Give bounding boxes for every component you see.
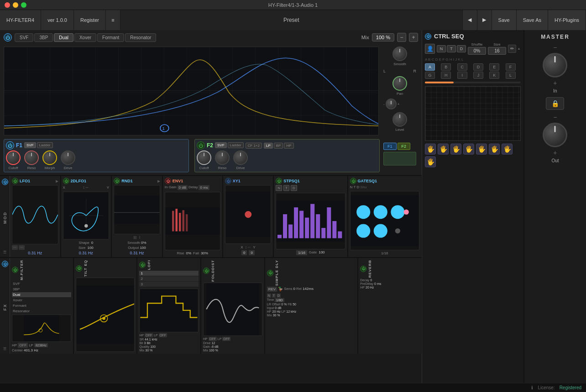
hp-toggle[interactable]: OFF — [18, 343, 28, 348]
offset-knob[interactable] — [386, 98, 397, 109]
ctrl-seq-power[interactable]: ⏻ — [425, 33, 431, 40]
f1-selector[interactable]: F1 — [383, 143, 397, 150]
ntd-d[interactable]: D — [457, 45, 466, 52]
lfo1-power[interactable]: ⏻ — [12, 178, 18, 184]
tab-formant[interactable]: Formant — [97, 33, 124, 42]
seq-letter-h[interactable]: H — [441, 72, 451, 79]
seq-letter-c[interactable]: C — [457, 63, 467, 71]
minimize-button[interactable] — [13, 2, 18, 8]
hand-7[interactable]: 🖐 — [502, 144, 513, 155]
mf-xover[interactable]: Xover — [12, 298, 71, 303]
maximize-button[interactable] — [21, 2, 26, 8]
bp-button[interactable]: BP — [274, 143, 283, 149]
sd-t[interactable]: T — [272, 294, 276, 298]
rnd1-power[interactable]: ⏻ — [114, 178, 120, 184]
lfo1-menu[interactable]: ▶ — [56, 179, 58, 183]
mix-decrement-button[interactable]: − — [397, 33, 406, 42]
gatesq1-power[interactable]: ⏻ — [350, 178, 356, 184]
seq-letter-f[interactable]: F — [506, 63, 516, 71]
lofi-step2[interactable]: 2 — [139, 276, 199, 281]
f1-morph-knob[interactable] — [42, 150, 57, 165]
mf-resonator[interactable]: Resonator — [12, 309, 71, 314]
folddist-power[interactable]: ⏻ — [203, 268, 209, 274]
f1-type-ladder[interactable]: Ladder — [37, 142, 53, 148]
tab-3bp[interactable]: 3BP — [34, 33, 53, 42]
mod-power-button[interactable]: ⏻ — [2, 179, 8, 185]
hand-1[interactable]: 🖐 — [425, 144, 436, 155]
lofi-step1[interactable]: 1 — [139, 271, 199, 276]
lfo1-ctrl1[interactable]: ⋯ — [12, 245, 18, 250]
register-button[interactable]: Register — [74, 10, 106, 30]
f2-power-button[interactable]: ⏻ — [197, 141, 205, 150]
tilteq-power[interactable]: ⏻ — [76, 265, 82, 272]
mf-formant[interactable]: Formant — [12, 303, 71, 308]
env1-power[interactable]: ⏻ — [165, 178, 171, 184]
hand-2[interactable]: 🖐 — [438, 144, 449, 155]
seq-letter-l[interactable]: L — [506, 72, 516, 79]
hy-plugins-button[interactable]: HY-Plugins — [548, 10, 586, 30]
stpsq1-power[interactable]: ⏻ — [276, 178, 282, 184]
f1-type-svf[interactable]: SVF — [24, 142, 36, 148]
info-icon[interactable]: ℹ — [531, 385, 533, 390]
ctrl-seq-avatar[interactable]: 👤 — [425, 44, 435, 54]
rev-btn[interactable]: REV — [267, 287, 277, 292]
filter-power-button[interactable]: ⏻ — [4, 33, 12, 41]
f1-drive-knob[interactable] — [61, 150, 75, 165]
hand-5[interactable]: 🖐 — [476, 144, 487, 155]
mix-value[interactable]: 100 % — [372, 33, 394, 41]
hp-button[interactable]: HP — [284, 143, 293, 149]
f2-drive-knob[interactable] — [233, 150, 248, 165]
reverb-power[interactable]: ⏻ — [360, 266, 366, 272]
simpledly-power[interactable]: ⏻ — [267, 270, 273, 276]
preset-button[interactable]: Preset — [120, 10, 463, 30]
seq-letter-a[interactable]: A — [425, 63, 435, 71]
tab-xover[interactable]: Xover — [74, 33, 96, 42]
f2-type-svf[interactable]: SVF — [215, 142, 227, 148]
prev-preset-button[interactable]: ◀ — [463, 10, 477, 30]
seq-grid[interactable] — [425, 86, 521, 141]
close-button[interactable] — [5, 2, 10, 8]
fx-power-button[interactable]: ⏻ — [2, 261, 8, 267]
seq-letter-k[interactable]: K — [489, 72, 499, 79]
f1-reso-knob[interactable] — [24, 150, 39, 165]
lp-toggle[interactable]: OFF — [159, 333, 167, 337]
hand-6[interactable]: 🖐 — [489, 144, 500, 155]
master-out-knob[interactable] — [543, 123, 567, 147]
shuffle-value[interactable]: 0% — [468, 47, 486, 55]
lp-toggle[interactable]: OFF — [222, 337, 230, 341]
lock-button[interactable]: 🔒 — [546, 97, 564, 110]
mf-svf[interactable]: SVF — [12, 281, 71, 286]
mix-increment-button[interactable]: + — [409, 33, 418, 42]
pan-knob[interactable] — [392, 76, 407, 91]
save-button[interactable]: Save — [492, 10, 517, 30]
seq-letter-e[interactable]: E — [489, 63, 499, 71]
seq-letter-g[interactable]: G — [425, 72, 435, 79]
hand-8[interactable]: 🖐 — [425, 156, 436, 167]
level-knob[interactable] — [392, 112, 407, 127]
save-as-button[interactable]: Save As — [517, 10, 548, 30]
seq-letter-i[interactable]: I — [457, 72, 467, 79]
sd-n[interactable]: N — [267, 294, 271, 298]
hp-toggle[interactable]: OFF — [209, 337, 217, 341]
hand-4[interactable]: 🖐 — [463, 144, 474, 155]
f1-cutoff-knob[interactable] — [6, 150, 21, 165]
hand-3[interactable]: 🖐 — [450, 144, 461, 155]
mf-dual[interactable]: Dual — [12, 292, 71, 297]
ntd-t[interactable]: T — [447, 45, 456, 52]
tab-dual[interactable]: Dual — [54, 33, 73, 42]
next-preset-button[interactable]: ▶ — [477, 10, 492, 30]
f2-type-ladder[interactable]: Ladder — [228, 142, 244, 148]
stpsq1-n[interactable]: N — [276, 185, 282, 191]
lp-button[interactable]: LP — [264, 143, 273, 149]
smooth-knob[interactable] — [392, 46, 407, 61]
mfilter-power[interactable]: ⏻ — [12, 267, 18, 273]
seq-letter-j[interactable]: J — [473, 72, 483, 79]
f2-cutoff-knob[interactable] — [197, 150, 211, 165]
mf-3bp[interactable]: 3BP — [12, 287, 71, 292]
master-in-knob[interactable] — [543, 53, 567, 77]
seq-letter-d[interactable]: D — [473, 63, 483, 71]
plugin-name-button[interactable]: HY-FILTER4 — [0, 10, 41, 30]
stpsq1-d[interactable]: D — [291, 185, 297, 191]
lfo1-ctrl2[interactable]: ⋯ — [19, 245, 25, 250]
xy1-power[interactable]: ⏻ — [225, 178, 231, 184]
